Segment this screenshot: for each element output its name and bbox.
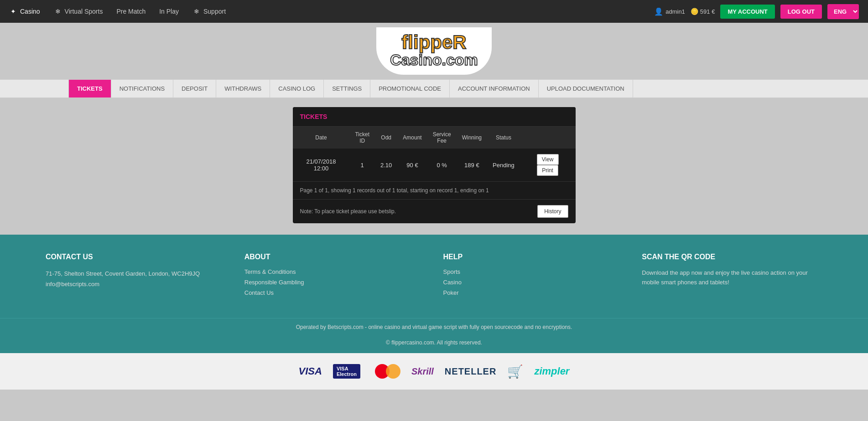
footer-link-poker[interactable]: Poker: [443, 289, 624, 296]
tab-casino-log[interactable]: CASINO LOG: [270, 80, 324, 98]
tickets-table: Date TicketID Odd Amount ServiceFee Winn…: [293, 127, 576, 182]
my-account-button[interactable]: MY ACCOUNT: [720, 5, 774, 19]
footer-link-responsible[interactable]: Responsible Gambling: [244, 279, 425, 286]
footer-about: ABOUT Terms & Conditions Responsible Gam…: [244, 253, 425, 300]
logo-wrapper: flippeR Casino.com: [376, 27, 492, 75]
logout-button[interactable]: LOG OUT: [780, 5, 822, 19]
col-odd: Odd: [375, 127, 397, 149]
cell-winning: 189 €: [457, 149, 487, 182]
cell-ticket-id: 1: [349, 149, 375, 182]
logo-area: flippeR Casino.com: [0, 23, 868, 79]
tab-tickets[interactable]: TICKETS: [68, 80, 111, 98]
main-content: TICKETS Date TicketID Odd Amount Service…: [0, 98, 868, 235]
col-status: Status: [487, 127, 520, 149]
ecopayz-logo: 🛒: [507, 362, 523, 380]
print-button[interactable]: Print: [537, 165, 558, 176]
pagination-info: Page 1 of 1, showing 1 records out of 1 …: [293, 182, 576, 200]
nav-support[interactable]: ❄ Support: [192, 7, 226, 15]
logo-flipper: flippeR: [390, 33, 478, 52]
tab-upload-documentation[interactable]: UPLOAD DOCUMENTATION: [539, 80, 633, 98]
footer-main: CONTACT US 71-75, Shelton Street, Covent…: [0, 235, 868, 318]
footer-address: 71-75, Shelton Street, Covent Garden, Lo…: [46, 268, 226, 290]
view-button[interactable]: View: [537, 154, 559, 165]
zimpler-logo: zimpler: [534, 362, 569, 380]
tab-settings[interactable]: SETTINGS: [324, 80, 370, 98]
cell-amount: 90 €: [397, 149, 427, 182]
col-ticket-id: TicketID: [349, 127, 375, 149]
payment-bar: VISA VISAElectron Skrill NETELLER 🛒 zimp…: [0, 353, 868, 390]
footer-help: HELP Sports Casino Poker: [443, 253, 624, 300]
cell-odd: 2.10: [375, 149, 397, 182]
cell-date: 21/07/2018 12:00: [293, 149, 350, 182]
tickets-panel: TICKETS Date TicketID Odd Amount Service…: [293, 107, 576, 223]
support-icon: ❄: [192, 7, 201, 15]
tickets-footer: Note: To place ticket please use betslip…: [293, 200, 576, 223]
cell-actions: View Print: [520, 149, 576, 182]
tab-notifications[interactable]: NOTIFICATIONS: [111, 80, 173, 98]
nav-pre-match[interactable]: Pre Match: [116, 8, 146, 15]
tickets-panel-title: TICKETS: [300, 113, 327, 120]
nav-right: 👤 admin1 🪙 591 € MY ACCOUNT LOG OUT ENG: [654, 4, 859, 19]
footer-link-casino[interactable]: Casino: [443, 279, 624, 286]
col-amount: Amount: [397, 127, 427, 149]
tickets-panel-header: TICKETS: [293, 107, 576, 127]
balance-display: 🪙 591 €: [691, 8, 715, 15]
footer-operated-text: Operated by Betscripts.com - online casi…: [0, 318, 868, 336]
cell-service-fee: 0 %: [427, 149, 457, 182]
footer-copyright: © flippercasino.com. All rights reserved…: [0, 336, 868, 353]
footer-contact: CONTACT US 71-75, Shelton Street, Covent…: [46, 253, 226, 300]
visa-electron-logo: VISAElectron: [333, 362, 360, 380]
user-icon: 👤: [654, 7, 663, 16]
col-date: Date: [293, 127, 350, 149]
mastercard-logo: [371, 362, 400, 380]
visa-logo: VISA: [299, 362, 322, 380]
footer-link-sports[interactable]: Sports: [443, 268, 624, 275]
tab-deposit[interactable]: DEPOSIT: [173, 80, 216, 98]
cell-status: Pending: [487, 149, 520, 182]
tab-withdraws[interactable]: WITHDRAWS: [216, 80, 270, 98]
col-actions: [520, 127, 576, 149]
tab-account-information[interactable]: ACCOUNT INFORMATION: [450, 80, 539, 98]
nav-links: ✦ Casino ❄ Virtual Sports Pre Match In P…: [9, 7, 226, 15]
skrill-logo: Skrill: [411, 362, 434, 380]
site-logo: flippeR Casino.com: [390, 33, 478, 67]
col-winning: Winning: [457, 127, 487, 149]
mc-right-circle: [386, 364, 400, 379]
footer-qr-description: Download the app now and enjoy the live …: [642, 268, 822, 288]
footer-about-title: ABOUT: [244, 253, 425, 261]
table-row: 21/07/2018 12:00 1 2.10 90 € 0 % 189 € P…: [293, 149, 576, 182]
neteller-logo: NETELLER: [445, 362, 497, 380]
tab-promotional-code[interactable]: PROMOTIONAL CODE: [370, 80, 450, 98]
tickets-note: Note: To place ticket please use betslip…: [300, 208, 396, 215]
account-tabs: TICKETS NOTIFICATIONS DEPOSIT WITHDRAWS …: [0, 79, 868, 98]
virtual-sports-icon: ❄: [54, 7, 62, 15]
footer-qr: SCAN THE QR CODE Download the app now an…: [642, 253, 822, 300]
language-select[interactable]: ENG: [827, 4, 859, 19]
footer-contact-title: CONTACT US: [46, 253, 226, 261]
nav-casino[interactable]: ✦ Casino: [9, 7, 40, 15]
nav-virtual-sports[interactable]: ❄ Virtual Sports: [54, 7, 103, 15]
casino-icon: ✦: [9, 7, 17, 15]
footer-qr-title: SCAN THE QR CODE: [642, 253, 822, 261]
footer-help-title: HELP: [443, 253, 624, 261]
logo-casino: Casino.com: [390, 52, 478, 67]
nav-in-play[interactable]: In Play: [159, 8, 179, 15]
user-info: 👤 admin1: [654, 7, 685, 16]
col-service-fee: ServiceFee: [427, 127, 457, 149]
history-button[interactable]: History: [537, 205, 568, 218]
top-navigation: ✦ Casino ❄ Virtual Sports Pre Match In P…: [0, 0, 868, 23]
coin-icon: 🪙: [691, 8, 698, 15]
footer-link-contact[interactable]: Contact Us: [244, 289, 425, 296]
footer-link-terms[interactable]: Terms & Conditions: [244, 268, 425, 275]
